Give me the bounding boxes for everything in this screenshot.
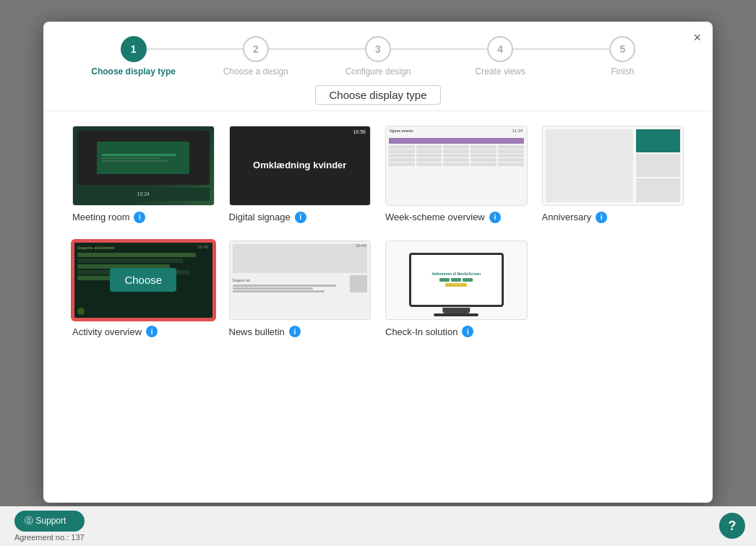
card-label-row-meeting: Meeting room i [72, 212, 145, 223]
modal-dialog: × 1 Choose display type 2 Choose a desig… [43, 22, 713, 503]
card-checkin[interactable]: Velkommen til NordicScreen [385, 240, 528, 338]
thumb-digital-text: Omklædning kvinder [253, 160, 346, 171]
card-digital-signage[interactable]: 16:56 Omklædning kvinder Digital signage… [229, 126, 371, 223]
choose-button[interactable]: Choose [110, 268, 176, 292]
card-label-row-digital: Digital signage i [229, 212, 306, 223]
step-4[interactable]: 4 Create views [439, 36, 562, 77]
thumb-checkin-monitor: Velkommen til NordicScreen [409, 253, 504, 307]
step-5[interactable]: 5 Finish [562, 36, 684, 77]
step-1-circle: 1 [121, 36, 147, 62]
step-1-label: Choose display type [91, 66, 176, 77]
info-icon-anniversary[interactable]: i [596, 212, 607, 223]
step-2[interactable]: 2 Choose a design [194, 36, 317, 77]
card-activity-overview[interactable]: 10:45 Dagens aktiviteter Choose [72, 240, 215, 338]
thumb-anniv-time: 10:45 [669, 129, 679, 133]
card-week-scheme[interactable]: Ugens events 11:34 Week-scheme ov [385, 126, 528, 223]
card-label-row-news: News bulletin i [229, 326, 301, 337]
card-label-checkin: Check-In solution [385, 326, 458, 337]
step-3-label: Configure design [345, 66, 411, 77]
step-2-circle: 2 [243, 36, 269, 62]
info-icon-week[interactable]: i [489, 212, 501, 223]
step-5-label: Finish [611, 66, 634, 77]
card-news-bulletin[interactable]: 10:45 Dagens ret [229, 240, 371, 338]
thumb-digital-time: 16:56 [353, 129, 366, 134]
step-3[interactable]: 3 Configure design [317, 36, 439, 77]
thumb-anniv-left [546, 129, 634, 202]
card-meeting-room[interactable]: 10:24 Meeting room i [72, 126, 215, 223]
step-2-label: Choose a design [223, 66, 288, 77]
info-icon-digital[interactable]: i [295, 212, 306, 223]
card-thumb-news: 10:45 Dagens ret [229, 240, 371, 321]
card-thumb-week: Ugens events 11:34 [385, 126, 528, 206]
thumb-week-title: Ugens events [390, 129, 413, 133]
card-label-week: Week-scheme overview [385, 212, 485, 222]
content-area: 10:24 Meeting room i 16:56 Omklædning kv… [43, 111, 713, 503]
bottom-bar: ⓪ Support Agreement no.: 137 [0, 506, 756, 546]
header-title-bar: Choose display type [43, 77, 713, 111]
agreement-text: Agreement no.: 137 [14, 533, 85, 542]
step-1[interactable]: 1 Choose display type [72, 36, 194, 77]
card-label-row-anniversary: Anniversary i [542, 212, 608, 223]
stepper: 1 Choose display type 2 Choose a design … [43, 22, 713, 77]
card-label-anniversary: Anniversary [542, 212, 592, 222]
card-thumb-meeting-room: 10:24 [72, 126, 215, 206]
card-thumb-anniversary: 10:45 [542, 126, 684, 206]
card-label-news: News bulletin [229, 326, 285, 337]
help-button[interactable]: ? [719, 513, 745, 539]
info-icon-meeting[interactable]: i [134, 212, 145, 223]
display-type-grid: 10:24 Meeting room i 16:56 Omklædning kv… [72, 126, 684, 337]
info-icon-checkin[interactable]: i [462, 326, 473, 337]
step-4-label: Create views [476, 66, 525, 77]
support-button[interactable]: ⓪ Support [14, 511, 85, 532]
card-thumb-activity: 10:45 Dagens aktiviteter Choose [72, 240, 215, 321]
choose-overlay: Choose [74, 243, 212, 318]
close-button[interactable]: × [693, 30, 701, 46]
card-thumb-digital: 16:56 Omklædning kvinder [229, 126, 371, 206]
card-label-activity: Activity overview [72, 326, 142, 337]
card-label-row-activity: Activity overview i [72, 326, 158, 337]
info-icon-activity[interactable]: i [146, 326, 158, 337]
step-4-circle: 4 [487, 36, 513, 62]
card-label-digital: Digital signage [229, 212, 291, 222]
info-icon-news[interactable]: i [289, 326, 301, 337]
card-label-row-checkin: Check-In solution i [385, 326, 473, 337]
step-3-circle: 3 [365, 36, 391, 62]
card-anniversary[interactable]: 10:45 Anniversary i [542, 126, 684, 223]
page-title: Choose display type [315, 85, 440, 105]
card-thumb-checkin: Velkommen til NordicScreen [385, 240, 528, 321]
thumb-week-time: 11:34 [512, 129, 523, 133]
support-wrap: ⓪ Support Agreement no.: 137 [14, 511, 85, 542]
card-label-meeting: Meeting room [72, 212, 129, 222]
step-5-circle: 5 [609, 36, 635, 62]
thumb-anniv-right [636, 129, 680, 202]
card-label-row-week: Week-scheme overview i [385, 212, 501, 223]
thumb-news-time: 10:45 [356, 243, 366, 248]
